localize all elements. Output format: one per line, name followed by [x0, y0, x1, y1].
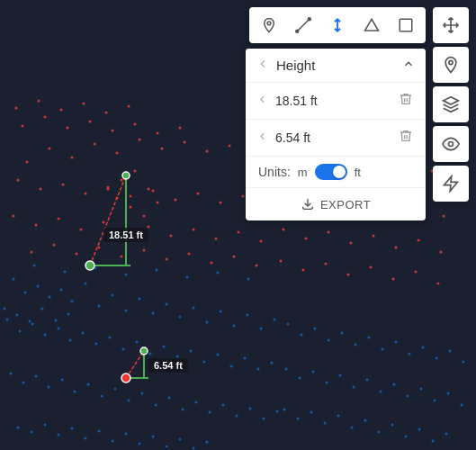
svg-point-83 — [67, 313, 70, 316]
svg-point-61 — [263, 418, 265, 420]
svg-point-103 — [353, 386, 355, 389]
svg-point-165 — [215, 238, 218, 240]
measurement-row-2: 6.54 ft — [246, 120, 426, 157]
svg-point-132 — [247, 278, 250, 281]
svg-point-18 — [247, 314, 249, 317]
location-tool-btn[interactable] — [253, 9, 285, 41]
measurement-row-1: 18.51 ft — [246, 83, 426, 120]
svg-point-154 — [242, 195, 245, 198]
svg-point-50 — [114, 388, 117, 391]
delete-btn-1[interactable] — [397, 90, 415, 112]
measurement-value-1: 18.51 ft — [275, 94, 390, 108]
svg-point-6 — [85, 283, 87, 285]
svg-point-23 — [31, 323, 34, 326]
svg-point-108 — [420, 388, 423, 391]
svg-point-46 — [61, 379, 64, 382]
svg-point-229 — [188, 253, 191, 256]
svg-point-106 — [393, 383, 396, 386]
location-pin-btn[interactable] — [433, 47, 469, 83]
svg-point-123 — [432, 440, 435, 443]
svg-point-41 — [271, 362, 274, 364]
svg-point-1 — [24, 292, 27, 294]
height-tool-btn[interactable] — [321, 9, 354, 41]
svg-point-251 — [267, 22, 271, 25]
svg-point-156 — [13, 215, 15, 218]
units-label: Units: — [258, 165, 291, 179]
svg-point-44 — [35, 375, 38, 378]
rectangle-tool-btn[interactable] — [390, 9, 422, 41]
svg-point-22 — [19, 330, 22, 333]
svg-point-12 — [166, 303, 168, 306]
delete-btn-2[interactable] — [397, 127, 415, 148]
svg-point-81 — [41, 308, 44, 310]
svg-point-74 — [166, 446, 168, 448]
panel-collapse-btn[interactable] — [402, 58, 415, 73]
svg-point-48 — [87, 383, 90, 386]
units-toggle[interactable] — [315, 164, 347, 180]
svg-point-164 — [193, 229, 195, 231]
svg-point-133 — [26, 161, 29, 164]
svg-point-26 — [69, 339, 72, 342]
svg-marker-256 — [365, 19, 379, 31]
svg-point-238 — [121, 179, 123, 182]
elevation-tool-btn[interactable] — [355, 9, 388, 41]
svg-point-76 — [193, 447, 195, 450]
svg-point-190 — [418, 239, 420, 242]
svg-point-25 — [58, 328, 60, 330]
svg-point-210 — [60, 109, 63, 112]
svg-point-112 — [283, 409, 286, 411]
svg-point-250 — [140, 347, 148, 355]
svg-point-85 — [301, 334, 303, 337]
svg-point-9 — [125, 310, 128, 312]
move-btn[interactable] — [433, 7, 469, 43]
svg-point-183 — [443, 215, 445, 218]
svg-point-237 — [107, 188, 110, 191]
svg-point-128 — [125, 274, 128, 276]
svg-point-223 — [53, 244, 56, 247]
svg-marker-259 — [444, 97, 459, 104]
units-ft-label: ft — [355, 166, 361, 179]
svg-point-75 — [179, 438, 182, 441]
svg-point-188 — [373, 235, 375, 238]
svg-point-94 — [422, 346, 425, 349]
svg-point-117 — [351, 427, 354, 429]
svg-point-186 — [328, 231, 330, 234]
svg-point-144 — [17, 179, 20, 182]
svg-point-47 — [74, 391, 76, 393]
svg-point-244 — [85, 261, 94, 270]
svg-point-135 — [71, 157, 74, 159]
export-btn[interactable]: EXPORT — [301, 197, 371, 212]
svg-point-51 — [128, 400, 130, 402]
svg-point-72 — [139, 443, 141, 446]
svg-point-254 — [308, 18, 310, 21]
svg-point-239 — [134, 170, 137, 173]
svg-point-5 — [71, 301, 74, 303]
svg-point-153 — [220, 202, 222, 204]
svg-point-31 — [136, 341, 139, 344]
flash-btn[interactable] — [433, 166, 469, 202]
svg-point-120 — [391, 424, 394, 427]
svg-point-11 — [152, 312, 155, 315]
svg-point-21 — [6, 319, 9, 321]
svg-point-116 — [337, 415, 340, 418]
svg-point-53 — [155, 404, 157, 407]
layers-btn[interactable] — [433, 86, 469, 122]
svg-point-158 — [58, 218, 60, 220]
svg-point-240 — [148, 188, 150, 191]
svg-point-58 — [222, 404, 225, 407]
eye-btn[interactable] — [433, 126, 469, 162]
svg-point-66 — [58, 434, 60, 436]
svg-point-207 — [179, 127, 182, 130]
line-tool-btn[interactable] — [287, 9, 319, 41]
svg-point-114 — [310, 411, 313, 414]
export-label: EXPORT — [320, 198, 371, 212]
svg-point-40 — [257, 368, 260, 371]
panel-title: Height — [276, 58, 395, 73]
svg-point-29 — [109, 337, 112, 339]
svg-point-139 — [161, 148, 164, 150]
svg-point-105 — [380, 391, 382, 393]
svg-point-55 — [182, 409, 184, 411]
svg-point-35 — [190, 350, 193, 353]
svg-point-113 — [297, 418, 300, 420]
svg-point-32 — [149, 353, 152, 356]
